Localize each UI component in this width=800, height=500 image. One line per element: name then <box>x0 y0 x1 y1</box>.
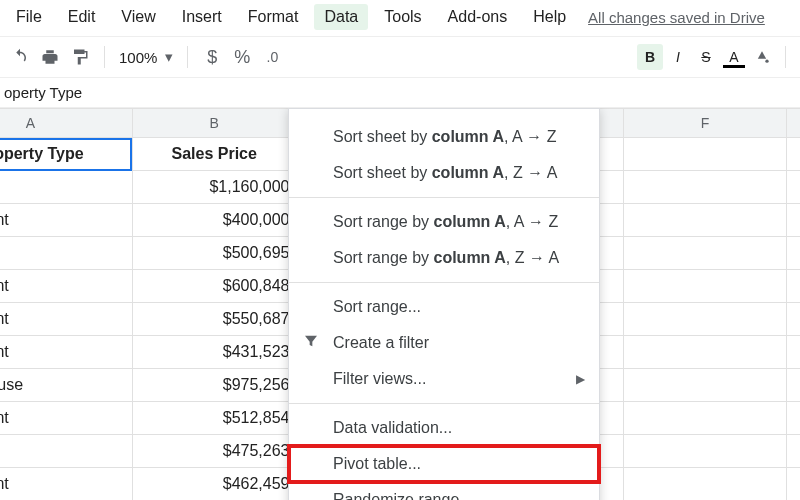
column-header[interactable]: A <box>0 109 132 138</box>
cell[interactable]: $462,459 <box>132 468 296 501</box>
cell[interactable] <box>623 204 787 237</box>
menu-separator <box>289 282 599 283</box>
cell[interactable] <box>623 369 787 402</box>
menu-item[interactable]: Pivot table... <box>289 446 599 482</box>
cell[interactable] <box>787 171 800 204</box>
submenu-arrow-icon: ▶ <box>576 372 585 386</box>
cell[interactable] <box>787 468 800 501</box>
cell[interactable]: $1,160,000 <box>132 171 296 204</box>
cell[interactable] <box>787 336 800 369</box>
column-header[interactable]: B <box>132 109 296 138</box>
cell[interactable]: Apartment <box>0 303 132 336</box>
cell[interactable]: Town House <box>0 369 132 402</box>
cell[interactable] <box>787 204 800 237</box>
separator <box>187 46 188 68</box>
italic-button[interactable]: I <box>665 44 691 70</box>
menu-view[interactable]: View <box>111 4 165 30</box>
filter-icon <box>303 333 319 353</box>
cell[interactable] <box>623 336 787 369</box>
cell[interactable] <box>787 435 800 468</box>
zoom-select[interactable]: 100% ▾ <box>115 48 177 66</box>
cell[interactable] <box>623 138 787 171</box>
column-header[interactable]: G <box>787 109 800 138</box>
cell[interactable]: Apartment <box>0 270 132 303</box>
cell[interactable]: $475,263 <box>132 435 296 468</box>
cell[interactable]: $400,000 <box>132 204 296 237</box>
cell[interactable] <box>623 303 787 336</box>
chevron-down-icon: ▾ <box>165 48 173 66</box>
menu-item[interactable]: Filter views...▶ <box>289 361 599 397</box>
zoom-value: 100% <box>119 49 157 66</box>
cell[interactable]: $550,687 <box>132 303 296 336</box>
cell[interactable]: Apartment <box>0 336 132 369</box>
cell[interactable] <box>787 369 800 402</box>
cell[interactable]: Sales Price <box>132 138 296 171</box>
menu-item[interactable]: Sort sheet by column A, A → Z <box>289 119 599 155</box>
cell[interactable] <box>623 468 787 501</box>
cell[interactable] <box>623 237 787 270</box>
cell[interactable] <box>787 303 800 336</box>
menu-format[interactable]: Format <box>238 4 309 30</box>
menu-edit[interactable]: Edit <box>58 4 106 30</box>
menu-item[interactable]: Randomize range <box>289 482 599 500</box>
cell[interactable]: Property Type <box>0 138 132 171</box>
paint-format-icon[interactable] <box>66 43 94 71</box>
menu-item[interactable]: Create a filter <box>289 325 599 361</box>
menu-bar: File Edit View Insert Format Data Tools … <box>0 0 800 36</box>
menu-help[interactable]: Help <box>523 4 576 30</box>
menu-data[interactable]: Data <box>314 4 368 30</box>
cell[interactable] <box>623 435 787 468</box>
cell[interactable] <box>787 237 800 270</box>
svg-point-0 <box>765 60 768 63</box>
cell[interactable]: $431,523 <box>132 336 296 369</box>
menu-file[interactable]: File <box>6 4 52 30</box>
strikethrough-button[interactable]: S <box>693 44 719 70</box>
fill-color-button[interactable] <box>749 44 775 70</box>
cell[interactable] <box>623 270 787 303</box>
toolbar: 100% ▾ $ % .0 B I S A <box>0 36 800 78</box>
cell[interactable]: Apartment <box>0 468 132 501</box>
cell[interactable]: $975,256 <box>132 369 296 402</box>
separator <box>104 46 105 68</box>
menu-tools[interactable]: Tools <box>374 4 431 30</box>
cell[interactable]: Condo <box>0 435 132 468</box>
cell[interactable] <box>787 270 800 303</box>
print-icon[interactable] <box>36 43 64 71</box>
menu-addons[interactable]: Add-ons <box>438 4 518 30</box>
cell[interactable]: $600,848 <box>132 270 296 303</box>
cell[interactable]: $512,854 <box>132 402 296 435</box>
cell[interactable]: Condo <box>0 237 132 270</box>
menu-item[interactable]: Sort range by column A, Z → A <box>289 240 599 276</box>
menu-item[interactable]: Sort range... <box>289 289 599 325</box>
menu-separator <box>289 197 599 198</box>
menu-separator <box>289 403 599 404</box>
format-currency-button[interactable]: $ <box>198 43 226 71</box>
data-menu-dropdown: Sort sheet by column A, A → ZSort sheet … <box>288 108 600 500</box>
format-percent-button[interactable]: % <box>228 43 256 71</box>
menu-item[interactable]: Sort range by column A, A → Z <box>289 204 599 240</box>
cell[interactable]: Apartment <box>0 402 132 435</box>
cell[interactable] <box>623 171 787 204</box>
bold-button[interactable]: B <box>637 44 663 70</box>
cell[interactable] <box>787 402 800 435</box>
cell[interactable]: Apartment <box>0 204 132 237</box>
decrease-decimal-button[interactable]: .0 <box>258 43 286 71</box>
undo-icon[interactable] <box>6 43 34 71</box>
menu-insert[interactable]: Insert <box>172 4 232 30</box>
save-status[interactable]: All changes saved in Drive <box>588 9 765 26</box>
cell[interactable]: House <box>0 171 132 204</box>
separator <box>785 46 786 68</box>
cell[interactable] <box>787 138 800 171</box>
menu-item[interactable]: Data validation... <box>289 410 599 446</box>
formula-bar[interactable]: operty Type <box>0 78 800 108</box>
cell[interactable] <box>623 402 787 435</box>
cell[interactable]: $500,695 <box>132 237 296 270</box>
text-color-button[interactable]: A <box>721 44 747 70</box>
menu-item[interactable]: Sort sheet by column A, Z → A <box>289 155 599 191</box>
column-header[interactable]: F <box>623 109 787 138</box>
